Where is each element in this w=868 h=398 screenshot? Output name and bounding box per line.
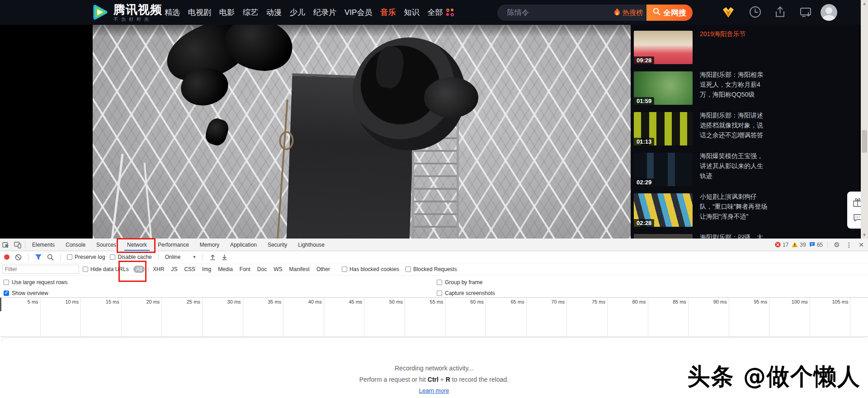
blocked-requests-checkbox[interactable]: Blocked Requests [406,266,457,272]
devtools-tab[interactable]: Memory [194,239,225,251]
video-player[interactable] [93,25,631,239]
scroll-up-arrow[interactable]: ▲ [861,0,868,7]
logo-title: 腾讯视频 [113,4,162,15]
duration-badge: 02:29 [634,178,654,186]
record-network-log-button[interactable] [4,254,10,260]
clear-network-log-button[interactable] [15,254,22,261]
request-type-filter[interactable]: CSS [181,266,198,273]
settings-gear-icon[interactable]: ⚙ [832,240,841,249]
duration-badge: 02:28 [634,219,654,227]
request-type-filter[interactable]: XHR [150,266,167,273]
network-throttling-select[interactable]: Online ▼ [165,254,197,260]
apps-grid-icon[interactable] [446,9,454,16]
timeline-tick: 105 ms [810,298,851,337]
recording-hint-text: Perform a request or hit Ctrl + R to rec… [359,376,509,383]
devtools-tab[interactable]: Security [262,239,292,251]
vip-diamond-icon[interactable] [722,5,735,21]
playlist-video-item[interactable]: 01:13 海阳剧乐部：海阳讲述选搭档就像找对象，说话之余还不忘嘲讽答答 [634,112,859,145]
search-button[interactable]: 全网搜 [646,5,693,21]
more-menu-icon[interactable]: ⋮ [844,240,854,249]
use-large-request-rows-checkbox[interactable]: Use large request rows [4,279,67,286]
inspect-element-icon[interactable] [0,239,12,251]
nav-item[interactable]: 音乐 [380,7,396,18]
has-blocked-cookies-checkbox[interactable]: Has blocked cookies [342,266,399,272]
timeline-tick: 80 ms [608,298,648,337]
search-network-icon[interactable] [47,254,54,261]
timeline-tick: 65 ms [486,298,527,337]
nav-item[interactable]: 动漫 [266,7,282,18]
timeline-tick: 35 ms [243,298,284,337]
nav-item[interactable]: 精选 [165,7,180,18]
scroll-down-arrow[interactable]: ▼ [861,231,868,239]
playlist-video-item[interactable]: 09:28 2019海阳音乐节 [634,31,859,64]
timeline-tick: 50 ms [364,298,405,337]
history-icon[interactable] [749,6,761,20]
page-scrollbar[interactable]: ▲ ▼ [861,0,868,239]
nav-item[interactable]: 电视剧 [188,7,211,18]
share-icon[interactable] [774,6,786,20]
nav-item[interactable]: 电影 [219,7,235,18]
filter-funnel-icon[interactable] [35,254,42,260]
stage-round-speaker [353,37,466,150]
search-input[interactable] [497,8,614,17]
playlist-video-item[interactable]: 02:28 小短剧上演讽刺狗仔队，“重口味”舞者再登场让海阳“浑身不适” [634,193,859,227]
message-count-badge[interactable]: 65 [809,242,823,248]
request-type-filter[interactable]: Manifest [287,266,312,273]
video-title: 2019海阳音乐节 [700,29,769,64]
request-type-filter[interactable]: Doc [255,266,269,273]
capture-screenshots-checkbox[interactable]: Capture screenshots [437,290,495,296]
request-type-filter[interactable]: All [133,266,145,273]
export-har-icon[interactable] [221,254,228,261]
network-filter-input[interactable] [2,265,79,274]
scrollbar-thumb[interactable] [862,130,867,153]
devtools-tab[interactable]: Elements [27,239,60,251]
timeline-tick: 40 ms [283,298,324,337]
request-type-filter[interactable]: JS [168,266,180,273]
nav-item[interactable]: 知识 [404,7,419,18]
devtools-tab-bar: ElementsConsoleSourcesNetworkPerformance… [0,239,868,251]
flame-icon [614,8,620,17]
request-type-filter[interactable]: Font [237,266,253,273]
devtools-tab[interactable]: Network [122,239,152,251]
disable-cache-checkbox[interactable]: Disable cache [110,254,151,260]
hide-data-urls-checkbox[interactable]: Hide data URLs [83,266,129,272]
request-type-filter[interactable]: Media [215,266,236,273]
client-download-icon[interactable] [799,6,812,20]
devtools-tab[interactable]: Lighthouse [292,239,330,251]
nav-item[interactable]: 综艺 [243,7,258,18]
video-title: 海阳剧乐部：闷骚…大 [700,232,769,239]
hot-search-label: 热搜榜 [623,9,643,17]
video-thumbnail: 09:28 [634,31,693,64]
request-type-filter[interactable]: Img [199,266,214,273]
nav-item[interactable]: 少儿 [290,7,305,18]
hot-search-link[interactable]: 热搜榜 [614,8,643,17]
play-logo-icon [90,3,109,23]
preserve-log-checkbox[interactable]: Preserve log [67,254,105,260]
video-thumbnail [634,234,693,239]
devtools-tab[interactable]: Application [225,239,262,251]
devtools-tab[interactable]: Console [60,239,91,251]
request-type-filter[interactable]: Other [314,266,333,273]
show-overview-checkbox[interactable]: Show overview [4,290,48,296]
import-har-icon[interactable] [209,254,216,261]
nav-item[interactable]: 纪录片 [313,7,336,18]
timeline-tick: 75 ms [567,298,608,337]
learn-more-link[interactable]: Learn more [419,387,449,394]
device-toolbar-icon[interactable] [12,239,24,251]
group-by-frame-checkbox[interactable]: Group by frame [437,279,482,286]
nav-item[interactable]: 全部 [427,7,443,18]
tencent-video-logo[interactable]: 腾讯视频 不负好时光 [90,3,162,23]
devtools-tab[interactable]: Performance [152,239,194,251]
timeline-tick: 95 ms [729,298,770,337]
close-devtools-icon[interactable]: × [857,240,866,249]
playlist-video-item[interactable]: 02:29 海阳爆笑模仿王宝强，讲述其从影以来的人生轨迹 [634,153,859,186]
warning-count-badge[interactable]: 39 [792,242,806,248]
nav-item[interactable]: VIP会员 [344,7,372,18]
network-options-rows: Use large request rows Group by frame Sh… [0,276,868,297]
playlist-video-item[interactable]: 01:59 海阳剧乐部：海阳相亲逗死人，女方称月薪4万，海阳称QQ50级 [634,71,859,105]
request-type-filter[interactable]: WS [271,266,285,273]
playlist-video-item[interactable]: 海阳剧乐部：闷骚…大 [634,234,859,239]
error-count-badge[interactable]: 17 [775,242,788,248]
user-avatar[interactable] [821,4,837,21]
devtools-tab[interactable]: Sources [91,239,122,251]
